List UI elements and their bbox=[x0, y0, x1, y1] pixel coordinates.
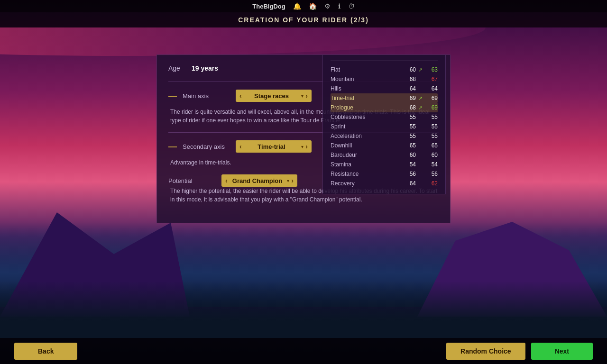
stat-name: Flat bbox=[331, 66, 403, 73]
page-title: CREATION OF YOUR RIDER (2/3) bbox=[238, 16, 369, 24]
stat-row: Time-trial69↗69 bbox=[331, 93, 438, 103]
stat-val1: 55 bbox=[403, 123, 416, 130]
chevron-right-icon: › bbox=[305, 92, 308, 100]
stat-row: Prologue68↗69 bbox=[331, 103, 438, 112]
stat-val1: 55 bbox=[403, 114, 416, 120]
stat-val2: 55 bbox=[424, 123, 438, 130]
stat-row: Cobblestones5555 bbox=[331, 112, 438, 122]
main-axis-value: Stage races bbox=[244, 92, 300, 100]
stat-val1: 54 bbox=[403, 161, 416, 168]
chevron-left-icon-2: ‹ bbox=[239, 143, 242, 150]
caret-down-icon-3: ▾ bbox=[287, 178, 289, 183]
stat-row: Stamina5454 bbox=[331, 160, 438, 169]
stat-row: Mountain6867 bbox=[331, 74, 438, 84]
potential-dropdown[interactable]: ‹ Grand Champion ▾ › bbox=[221, 174, 297, 187]
stat-val1: 64 bbox=[403, 180, 416, 187]
stat-arrow-icon: ↗ bbox=[416, 67, 424, 73]
stats-header-line bbox=[331, 61, 438, 61]
chevron-right-icon-3: › bbox=[291, 177, 294, 184]
stat-name: Recovery bbox=[331, 180, 403, 187]
main-axis-dash: — bbox=[168, 91, 177, 101]
stat-row: Downhill6565 bbox=[331, 141, 438, 150]
age-value: 19 years bbox=[192, 64, 218, 72]
stat-name: Sprint bbox=[331, 123, 403, 130]
stat-name: Cobblestones bbox=[331, 114, 403, 120]
random-choice-button[interactable]: Random Choice bbox=[446, 343, 525, 360]
main-axis-label: Main axis bbox=[183, 92, 230, 100]
stat-val1: 68 bbox=[403, 104, 416, 111]
stat-row: Flat60↗63 bbox=[331, 65, 438, 74]
notification-icon[interactable]: 🔔 bbox=[293, 2, 301, 10]
stat-val2: 63 bbox=[424, 66, 438, 73]
stat-row: Sprint5555 bbox=[331, 122, 438, 131]
home-icon[interactable]: 🏠 bbox=[309, 2, 317, 10]
secondary-axis-value: Time-trial bbox=[244, 143, 300, 150]
stat-val2: 69 bbox=[424, 104, 438, 111]
caret-down-icon-2: ▾ bbox=[301, 144, 304, 149]
stat-row: Recovery6462 bbox=[331, 179, 438, 188]
secondary-axis-dropdown[interactable]: ‹ Time-trial ▾ › bbox=[236, 140, 312, 153]
stat-name: Time-trial bbox=[331, 95, 403, 101]
stat-name: Prologue bbox=[331, 104, 403, 111]
timer-icon[interactable]: ⏱ bbox=[348, 2, 355, 10]
stat-val1: 64 bbox=[403, 85, 416, 92]
stat-name: Resistance bbox=[331, 171, 403, 177]
stat-name: Baroudeur bbox=[331, 152, 403, 158]
stat-val1: 56 bbox=[403, 171, 416, 177]
topbar: TheBigDog 🔔 🏠 ⚙ ℹ ⏱ bbox=[0, 0, 607, 12]
stat-val2: 60 bbox=[424, 152, 438, 158]
stat-val2: 54 bbox=[424, 161, 438, 168]
stat-name: Mountain bbox=[331, 76, 403, 82]
next-button[interactable]: Next bbox=[531, 343, 593, 360]
stat-row: Hills6464 bbox=[331, 84, 438, 93]
info-icon[interactable]: ℹ bbox=[338, 2, 340, 10]
stat-val2: 65 bbox=[424, 142, 438, 149]
stat-name: Downhill bbox=[331, 142, 403, 149]
ground bbox=[0, 281, 607, 338]
stat-val2: 69 bbox=[424, 95, 438, 101]
stat-val1: 60 bbox=[403, 66, 416, 73]
chevron-right-icon-2: › bbox=[305, 143, 308, 150]
potential-label: Potential bbox=[168, 177, 216, 184]
stat-val1: 65 bbox=[403, 142, 416, 149]
main-axis-dropdown[interactable]: ‹ Stage races ▾ › bbox=[236, 90, 312, 102]
stat-row: Baroudeur6060 bbox=[331, 150, 438, 160]
stat-val2: 62 bbox=[424, 180, 438, 187]
username: TheBigDog bbox=[252, 3, 285, 10]
secondary-axis-label: Secondary axis bbox=[183, 143, 230, 150]
stat-val2: 67 bbox=[424, 76, 438, 82]
back-button[interactable]: Back bbox=[14, 343, 77, 360]
stats-panel: Flat60↗63Mountain6867Hills6464Time-trial… bbox=[322, 55, 446, 194]
stat-val2: 55 bbox=[424, 114, 438, 120]
stat-row: Resistance5656 bbox=[331, 169, 438, 179]
stat-val1: 60 bbox=[403, 152, 416, 158]
chevron-left-icon-3: ‹ bbox=[225, 177, 228, 184]
titlebar: CREATION OF YOUR RIDER (2/3) bbox=[0, 12, 607, 27]
chevron-left-icon: ‹ bbox=[239, 92, 242, 100]
stats-list: Flat60↗63Mountain6867Hills6464Time-trial… bbox=[331, 65, 438, 188]
stat-val1: 55 bbox=[403, 133, 416, 139]
stat-val2: 56 bbox=[424, 171, 438, 177]
stat-val1: 69 bbox=[403, 95, 416, 101]
stat-val2: 55 bbox=[424, 133, 438, 139]
stat-val2: 64 bbox=[424, 85, 438, 92]
gear-icon[interactable]: ⚙ bbox=[324, 2, 331, 10]
age-label: Age bbox=[168, 64, 180, 72]
bottom-bar: Back Random Choice Next bbox=[0, 338, 607, 364]
stat-arrow-icon: ↗ bbox=[416, 105, 424, 111]
stat-val1: 68 bbox=[403, 76, 416, 82]
secondary-axis-dash: — bbox=[168, 142, 177, 152]
stat-name: Acceleration bbox=[331, 133, 403, 139]
stat-name: Stamina bbox=[331, 161, 403, 168]
caret-down-icon: ▾ bbox=[301, 93, 304, 99]
stat-arrow-icon: ↗ bbox=[416, 95, 424, 101]
right-buttons: Random Choice Next bbox=[446, 343, 593, 360]
stat-row: Acceleration5555 bbox=[331, 131, 438, 141]
stat-name: Hills bbox=[331, 85, 403, 92]
potential-value: Grand Champion bbox=[230, 177, 285, 184]
